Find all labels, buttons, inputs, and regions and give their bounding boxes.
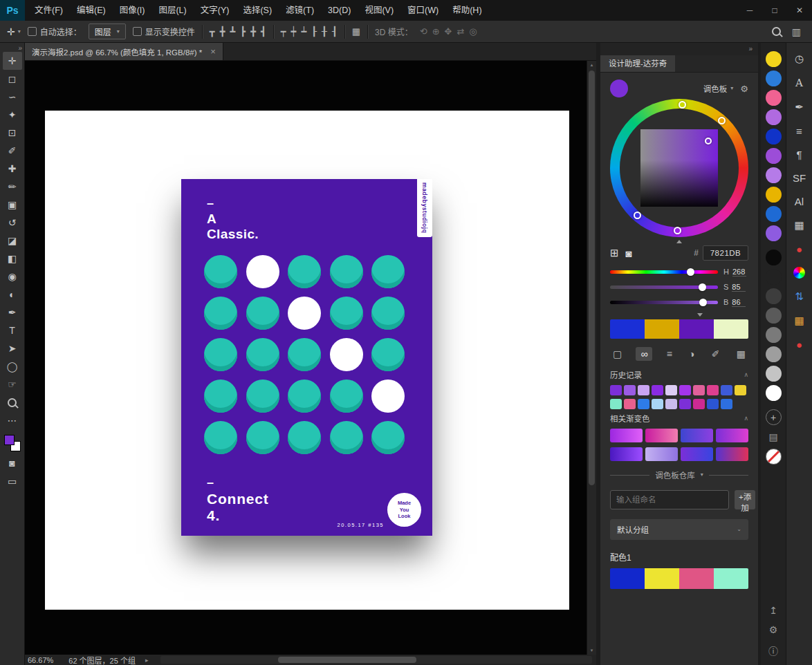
- path-select-tool[interactable]: ➤: [3, 339, 22, 357]
- collapse-icon[interactable]: ∧: [744, 415, 748, 422]
- 3d-roll-icon[interactable]: ⊕: [432, 27, 440, 36]
- tool-presets-icon[interactable]: ≡: [796, 125, 802, 137]
- mini-swatch-1[interactable]: [624, 385, 636, 395]
- lasso-tool[interactable]: ∽: [3, 88, 22, 106]
- sb-handle[interactable]: [705, 138, 712, 144]
- 3d-slide-icon[interactable]: ⇄: [456, 27, 464, 36]
- scroll-down-icon[interactable]: ▾: [587, 648, 596, 653]
- align-top-icon[interactable]: ┳: [210, 27, 215, 36]
- eyedropper-tool[interactable]: ✐: [3, 142, 22, 160]
- mini-swatch-8[interactable]: [721, 385, 732, 395]
- collapse-panel-icon[interactable]: »: [748, 45, 753, 53]
- seg-swatch-1[interactable]: [645, 568, 679, 589]
- group-dropdown[interactable]: 默认分组 ⌄: [610, 519, 748, 540]
- quick-mask-icon[interactable]: ◙: [3, 454, 22, 472]
- mini-swatch-7[interactable]: [707, 399, 719, 409]
- info-icon[interactable]: ⓘ: [768, 644, 778, 657]
- pen-tool[interactable]: ✒: [3, 303, 22, 321]
- saturation-slider[interactable]: [610, 285, 718, 289]
- rs-swatch-4[interactable]: [766, 129, 782, 144]
- 3d-pan-icon[interactable]: ✥: [445, 27, 452, 36]
- distribute-left-icon[interactable]: ┠: [311, 27, 317, 36]
- mini-swatch-9[interactable]: [735, 385, 746, 395]
- mini-swatch-0[interactable]: [610, 399, 622, 409]
- current-tool-chip[interactable]: ✛ ▾: [7, 26, 21, 37]
- mini-swatch-5[interactable]: [679, 385, 691, 395]
- seg-swatch-1[interactable]: [645, 319, 679, 339]
- align-left-icon[interactable]: ┣: [240, 27, 246, 36]
- close-icon[interactable]: ×: [210, 46, 216, 57]
- seg-swatch-3[interactable]: [714, 319, 748, 339]
- edit-toolbar-icon[interactable]: ⋯: [3, 411, 22, 429]
- menu-item-3[interactable]: 图层(L): [151, 0, 193, 21]
- search-icon[interactable]: [772, 27, 781, 36]
- seg-swatch-0[interactable]: [610, 568, 645, 589]
- menu-item-4[interactable]: 文字(Y): [194, 0, 237, 21]
- grad-gradient-1[interactable]: [645, 429, 678, 442]
- eraser-tool[interactable]: ◪: [3, 232, 22, 250]
- rs-swatch-0[interactable]: [766, 51, 782, 67]
- close-button[interactable]: ✕: [787, 0, 812, 21]
- ai-panel-icon[interactable]: Al: [795, 196, 804, 207]
- menu-item-10[interactable]: 帮助(H): [445, 0, 488, 21]
- canvas[interactable]: – A Classic. madebystudiojq – Connect 4.…: [25, 61, 587, 655]
- grad-gradient-2[interactable]: [681, 447, 713, 461]
- vertical-scrollbar-thumb[interactable]: [589, 71, 595, 485]
- grad-gradient-3[interactable]: [716, 429, 748, 442]
- contrast-icon[interactable]: ◑: [686, 347, 697, 361]
- ring-view-icon[interactable]: ◙: [626, 247, 632, 259]
- hue-handle-left[interactable]: [634, 212, 641, 219]
- hue-value[interactable]: 268: [732, 268, 746, 277]
- rs-swatch-5[interactable]: [766, 148, 782, 164]
- distribute-bottom-icon[interactable]: ┷: [301, 27, 306, 36]
- pattern-panel-icon[interactable]: ▦: [794, 219, 804, 232]
- healing-brush-tool[interactable]: ✚: [3, 160, 22, 178]
- seg-swatch-3[interactable]: [714, 568, 748, 589]
- brush-tool[interactable]: ✏: [3, 178, 22, 196]
- rs-swatch-8[interactable]: [766, 206, 782, 222]
- hue-slider[interactable]: [610, 270, 718, 274]
- shape-tool[interactable]: ◯: [3, 357, 22, 375]
- mini-swatch-8[interactable]: [721, 399, 732, 409]
- align-vcenter-icon[interactable]: ╋: [220, 27, 225, 36]
- mini-swatch-6[interactable]: [693, 399, 705, 409]
- auto-select-target-dropdown[interactable]: 图层 ▾: [89, 24, 126, 39]
- grad-gradient-1[interactable]: [645, 447, 678, 461]
- mini-swatch-4[interactable]: [665, 385, 677, 395]
- show-transform-checkbox[interactable]: 显示变换控件: [133, 26, 195, 37]
- type-tool[interactable]: T: [3, 321, 22, 339]
- red-record-icon[interactable]: ●: [796, 339, 802, 350]
- blur-tool[interactable]: ◉: [3, 268, 22, 285]
- image-icon[interactable]: ▦: [734, 347, 748, 361]
- rs-swatch-7[interactable]: [766, 385, 782, 401]
- seg-swatch-2[interactable]: [679, 319, 714, 339]
- document-tab[interactable]: 演示海报2.psd @ 66.7% (颜色填充 1, RGB/8#) * ×: [25, 43, 223, 60]
- menu-item-6[interactable]: 滤镜(T): [279, 0, 321, 21]
- grad-gradient-2[interactable]: [681, 429, 713, 442]
- dodge-tool[interactable]: ◐: [3, 285, 22, 303]
- 3d-scale-icon[interactable]: ◎: [469, 27, 477, 36]
- color-wheel-icon[interactable]: [793, 267, 805, 279]
- mosaic-plugin-icon[interactable]: ▦: [794, 315, 804, 327]
- none-color-swatch[interactable]: [766, 449, 782, 465]
- rs-swatch-2[interactable]: [766, 288, 782, 304]
- align-hcenter-icon[interactable]: ╋: [250, 27, 256, 36]
- add-swatch-button[interactable]: +: [766, 409, 782, 425]
- move-tool[interactable]: ✛: [3, 52, 22, 70]
- mini-swatch-3[interactable]: [652, 399, 663, 409]
- layers-stack-icon[interactable]: ▤: [768, 431, 777, 442]
- collapse-toolbar-icon[interactable]: »: [18, 44, 22, 52]
- screen-mode-icon[interactable]: ▭: [3, 472, 22, 490]
- saturation-value[interactable]: 85: [732, 283, 746, 292]
- mini-swatch-4[interactable]: [665, 399, 677, 409]
- horizontal-scrollbar[interactable]: [160, 656, 592, 664]
- hue-handle-bottom[interactable]: [674, 227, 681, 234]
- mini-swatch-5[interactable]: [679, 399, 691, 409]
- color-chips[interactable]: [4, 435, 21, 451]
- auto-select-checkbox[interactable]: 自动选择：: [28, 26, 82, 37]
- sliders-icon[interactable]: ≡: [664, 347, 675, 361]
- grad-gradient-0[interactable]: [610, 429, 643, 442]
- mini-swatch-3[interactable]: [652, 385, 663, 395]
- color-wheel[interactable]: [610, 99, 748, 237]
- rs-swatch-0[interactable]: [766, 250, 782, 265]
